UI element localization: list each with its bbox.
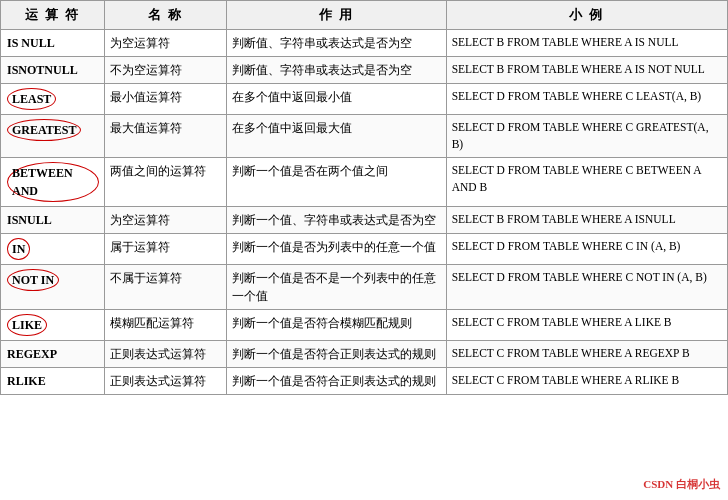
table-row: ISNULL为空运算符判断一个值、字符串或表达式是否为空SELECT B FRO… <box>1 207 728 234</box>
operator-label: LEAST <box>7 88 56 110</box>
table-row: BETWEEN AND两值之间的运算符判断一个值是否在两个值之间SELECT D… <box>1 158 728 207</box>
operator-cell: LIKE <box>1 310 105 341</box>
name-cell: 为空运算符 <box>105 29 227 56</box>
name-cell: 最大值运算符 <box>105 114 227 158</box>
operator-label: REGEXP <box>7 347 57 361</box>
header-operator: 运 算 符 <box>1 1 105 30</box>
example-cell: SELECT B FROM TABLE WHERE A IS NULL <box>446 29 727 56</box>
name-cell: 不属于运算符 <box>105 265 227 310</box>
description-cell: 判断一个值是否符合正则表达式的规则 <box>226 368 446 395</box>
table-row: RLIKE正则表达式运算符判断一个值是否符合正则表达式的规则SELECT C F… <box>1 368 728 395</box>
description-cell: 判断一个值是否符合模糊匹配规则 <box>226 310 446 341</box>
operator-cell: IS NULL <box>1 29 105 56</box>
example-cell: SELECT D FROM TABLE WHERE C LEAST(A, B) <box>446 83 727 114</box>
table-row: ISNOTNULL不为空运算符判断值、字符串或表达式是否为空SELECT B F… <box>1 56 728 83</box>
operator-cell: BETWEEN AND <box>1 158 105 207</box>
table-row: GREATEST最大值运算符在多个值中返回最大值SELECT D FROM TA… <box>1 114 728 158</box>
table-row: LIKE模糊匹配运算符判断一个值是否符合模糊匹配规则SELECT C FROM … <box>1 310 728 341</box>
example-cell: SELECT C FROM TABLE WHERE A LIKE B <box>446 310 727 341</box>
example-cell: SELECT B FROM TABLE WHERE A ISNULL <box>446 207 727 234</box>
operator-label: BETWEEN AND <box>7 162 99 202</box>
operator-cell: ISNULL <box>1 207 105 234</box>
example-cell: SELECT D FROM TABLE WHERE C NOT IN (A, B… <box>446 265 727 310</box>
name-cell: 不为空运算符 <box>105 56 227 83</box>
operator-label: LIKE <box>7 314 47 336</box>
table-row: +REGEXP正则表达式运算符判断一个值是否符合正则表达式的规则SELECT C… <box>1 341 728 368</box>
operator-label: NOT IN <box>7 269 59 291</box>
description-cell: 判断一个值是否不是一个列表中的任意一个值 <box>226 265 446 310</box>
header-example: 小 例 <box>446 1 727 30</box>
operator-cell: IN <box>1 234 105 265</box>
name-cell: 最小值运算符 <box>105 83 227 114</box>
header-name: 名 称 <box>105 1 227 30</box>
description-cell: 判断值、字符串或表达式是否为空 <box>226 29 446 56</box>
description-cell: 判断一个值是否符合正则表达式的规则 <box>226 341 446 368</box>
example-cell: SELECT D FROM TABLE WHERE C IN (A, B) <box>446 234 727 265</box>
watermark: CSDN 白桐小虫 <box>643 477 720 492</box>
operator-cell: +REGEXP <box>1 341 105 368</box>
operator-label: RLIKE <box>7 374 46 388</box>
header-description: 作 用 <box>226 1 446 30</box>
operator-cell: NOT IN <box>1 265 105 310</box>
table-row: IN属于运算符判断一个值是否为列表中的任意一个值SELECT D FROM TA… <box>1 234 728 265</box>
table-row: IS NULL为空运算符判断值、字符串或表达式是否为空SELECT B FROM… <box>1 29 728 56</box>
name-cell: 为空运算符 <box>105 207 227 234</box>
description-cell: 判断一个值、字符串或表达式是否为空 <box>226 207 446 234</box>
example-cell: SELECT D FROM TABLE WHERE C BETWEEN A AN… <box>446 158 727 207</box>
example-cell: SELECT C FROM TABLE WHERE A RLIKE B <box>446 368 727 395</box>
description-cell: 判断一个值是否为列表中的任意一个值 <box>226 234 446 265</box>
table-row: NOT IN不属于运算符判断一个值是否不是一个列表中的任意一个值SELECT D… <box>1 265 728 310</box>
name-cell: 正则表达式运算符 <box>105 341 227 368</box>
name-cell: 两值之间的运算符 <box>105 158 227 207</box>
description-cell: 在多个值中返回最大值 <box>226 114 446 158</box>
operator-label: ISNOTNULL <box>7 63 78 77</box>
example-cell: SELECT B FROM TABLE WHERE A IS NOT NULL <box>446 56 727 83</box>
operator-cell: ISNOTNULL <box>1 56 105 83</box>
name-cell: 模糊匹配运算符 <box>105 310 227 341</box>
name-cell: 属于运算符 <box>105 234 227 265</box>
description-cell: 判断一个值是否在两个值之间 <box>226 158 446 207</box>
operator-label: ISNULL <box>7 213 52 227</box>
name-cell: 正则表达式运算符 <box>105 368 227 395</box>
operator-cell: LEAST <box>1 83 105 114</box>
operator-cell: GREATEST <box>1 114 105 158</box>
operator-label: IN <box>7 238 30 260</box>
description-cell: 判断值、字符串或表达式是否为空 <box>226 56 446 83</box>
operator-label: IS NULL <box>7 36 55 50</box>
example-cell: SELECT D FROM TABLE WHERE C GREATEST(A, … <box>446 114 727 158</box>
description-cell: 在多个值中返回最小值 <box>226 83 446 114</box>
operator-label: GREATEST <box>7 119 81 141</box>
operator-cell: RLIKE <box>1 368 105 395</box>
table-row: LEAST最小值运算符在多个值中返回最小值SELECT D FROM TABLE… <box>1 83 728 114</box>
example-cell: SELECT C FROM TABLE WHERE A REGEXP B <box>446 341 727 368</box>
